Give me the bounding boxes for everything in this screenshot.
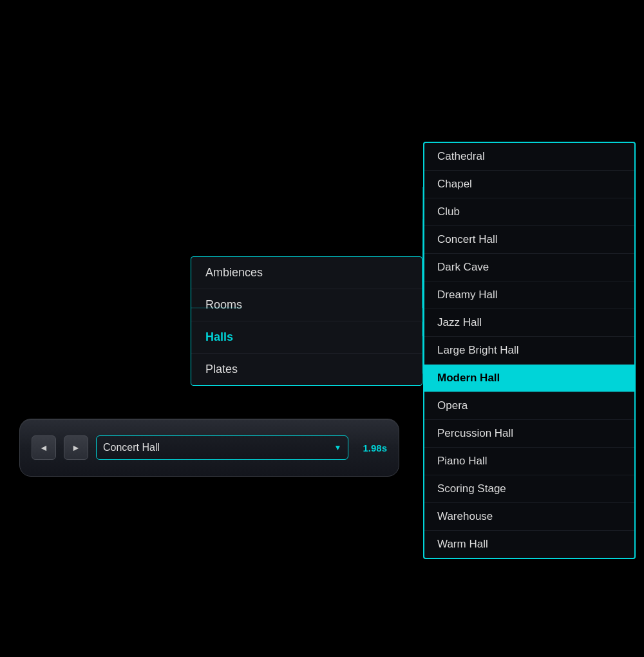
next-button[interactable]: ► (64, 435, 88, 460)
sub-item-concert-hall[interactable]: Concert Hall (424, 226, 634, 254)
prev-button[interactable]: ◄ (32, 435, 56, 460)
sub-item-modern-hall[interactable]: Modern Hall (424, 365, 634, 392)
sub-item-percussion-hall[interactable]: Percussion Hall (424, 420, 634, 448)
sub-item-large-bright-hall[interactable]: Large Bright Hall (424, 337, 634, 365)
sub-item-jazz-hall[interactable]: Jazz Hall (424, 309, 634, 337)
dropdown-arrow-icon: ▼ (334, 443, 342, 452)
sub-item-warm-hall[interactable]: Warm Hall (424, 531, 634, 558)
reverb-time-value: 1.98s (363, 443, 387, 453)
sub-item-dark-cave[interactable]: Dark Cave (424, 254, 634, 281)
sub-item-club[interactable]: Club (424, 198, 634, 226)
sub-item-cathedral[interactable]: Cathedral (424, 143, 634, 171)
sub-item-warehouse[interactable]: Warehouse (424, 503, 634, 531)
sub-item-opera[interactable]: Opera (424, 392, 634, 420)
category-menu: Ambiences Rooms Halls Plates (191, 256, 422, 386)
sub-item-dreamy-hall[interactable]: Dreamy Hall (424, 281, 634, 309)
prev-icon: ◄ (39, 443, 48, 453)
sub-menu: Cathedral Chapel Club Concert Hall Dark … (423, 142, 636, 559)
sub-item-scoring-stage[interactable]: Scoring Stage (424, 475, 634, 503)
category-item-halls[interactable]: Halls (191, 321, 422, 354)
plugin-bar: ◄ ► Concert Hall ▼ 1.98s (19, 419, 399, 477)
sub-item-chapel[interactable]: Chapel (424, 171, 634, 198)
sub-item-piano-hall[interactable]: Piano Hall (424, 448, 634, 475)
selected-preset-label: Concert Hall (103, 442, 160, 453)
category-item-plates[interactable]: Plates (191, 354, 422, 385)
category-item-ambiences[interactable]: Ambiences (191, 257, 422, 289)
preset-dropdown[interactable]: Concert Hall ▼ (96, 435, 348, 460)
category-item-rooms[interactable]: Rooms (191, 289, 422, 321)
next-icon: ► (71, 443, 80, 453)
